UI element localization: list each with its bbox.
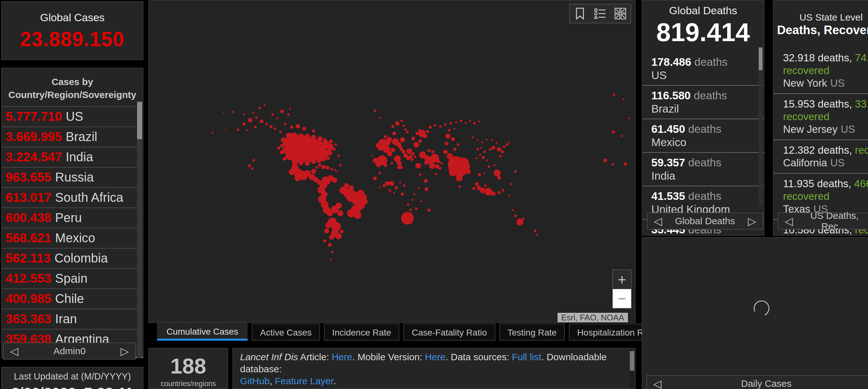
case-bubble[interactable] [458,185,461,188]
case-bubble[interactable] [224,129,226,130]
case-bubble[interactable] [242,122,245,126]
case-bubble[interactable] [340,230,344,233]
case-bubble[interactable] [292,133,298,138]
case-bubble[interactable] [258,107,261,109]
case-bubble[interactable] [376,143,380,148]
case-bubble[interactable] [415,132,418,135]
case-bubble[interactable] [621,135,623,137]
case-bubble[interactable] [424,179,428,183]
case-bubble[interactable] [411,152,415,155]
case-bubble[interactable] [373,176,377,180]
case-bubble[interactable] [403,185,406,187]
case-bubble[interactable] [212,132,214,134]
case-bubble[interactable] [324,228,329,233]
case-bubble[interactable] [489,148,492,150]
case-bubble[interactable] [491,191,496,196]
case-bubble[interactable] [506,143,508,146]
case-bubble[interactable] [315,166,318,169]
case-bubble[interactable] [336,202,342,209]
case-bubble[interactable] [335,143,337,146]
case-bubble[interactable] [284,123,286,125]
tab-case-fatality-ratio[interactable]: Case-Fatality Ratio [403,324,495,341]
scrollbar-thumb[interactable] [630,351,634,371]
case-bubble[interactable] [391,162,393,164]
case-bubble[interactable] [453,128,455,130]
case-bubble[interactable] [427,149,431,152]
case-bubble[interactable] [440,162,443,164]
scrollbar-thumb[interactable] [137,102,142,139]
case-bubble[interactable] [254,126,256,129]
case-bubble[interactable] [497,191,501,194]
link[interactable]: Esri Living Atlas team [409,388,500,389]
case-bubble[interactable] [317,136,322,141]
bookmark-icon[interactable] [572,6,588,21]
case-bubble[interactable] [479,154,481,156]
case-bubble[interactable] [332,178,337,183]
case-bubble[interactable] [290,126,293,129]
case-bubble[interactable] [378,172,381,174]
tab-testing-rate[interactable]: Testing Rate [499,324,565,341]
case-bubble[interactable] [280,144,284,148]
case-bubble[interactable] [323,138,327,142]
case-bubble[interactable] [401,212,414,225]
case-bubble[interactable] [255,116,258,119]
case-bubble[interactable] [482,156,485,159]
case-bubble[interactable] [391,148,395,152]
zoom-out-button[interactable]: − [613,289,631,308]
cases-list-item[interactable]: 412.553Spain [2,268,143,288]
case-bubble[interactable] [326,149,332,156]
case-bubble[interactable] [472,187,475,190]
case-bubble[interactable] [612,130,615,134]
case-bubble[interactable] [536,234,538,235]
cases-list-item[interactable]: 5.777.710US [2,106,143,127]
case-bubble[interactable] [344,183,349,188]
case-bubble[interactable] [484,185,487,187]
case-bubble[interactable] [402,124,405,127]
previous-page-arrow[interactable]: ◁ [648,215,669,227]
case-bubble[interactable] [326,222,332,228]
case-bubble[interactable] [331,168,333,170]
case-bubble[interactable] [444,123,446,126]
case-bubble[interactable] [404,129,407,131]
us-state-list-item[interactable]: 32.918 deaths, 74.731recoveredNew YorkUS [774,48,868,94]
case-bubble[interactable] [392,132,396,135]
case-bubble[interactable] [415,163,421,169]
case-bubble[interactable] [475,182,479,186]
case-bubble[interactable] [445,134,451,139]
case-bubble[interactable] [401,119,403,122]
case-bubble[interactable] [411,137,415,140]
case-bubble[interactable] [434,124,436,127]
case-bubble[interactable] [628,117,630,119]
extent-icon[interactable] [613,6,628,21]
case-bubble[interactable] [223,112,224,114]
case-bubble[interactable] [435,173,437,175]
case-bubble[interactable] [497,147,501,151]
deaths-list-scrollbar[interactable] [759,48,763,205]
case-bubble[interactable] [389,181,394,186]
case-bubble[interactable] [402,150,406,154]
map-panel[interactable]: + − Esri, FAO, NOAA [149,0,636,323]
case-bubble[interactable] [624,163,627,166]
case-bubble[interactable] [534,230,536,232]
case-bubble[interactable] [488,165,490,168]
cases-list-item[interactable]: 3.669.995Brazil [2,127,143,147]
case-bubble[interactable] [382,184,386,187]
case-bubble[interactable] [476,148,479,150]
case-bubble[interactable] [473,122,476,124]
case-bubble[interactable] [270,125,273,128]
case-bubble[interactable] [279,131,282,133]
case-bubble[interactable] [252,112,254,114]
case-bubble[interactable] [497,176,501,179]
case-bubble[interactable] [339,164,342,166]
case-bubble[interactable] [475,157,477,159]
case-bubble[interactable] [485,188,492,195]
case-bubble[interactable] [445,142,448,145]
case-bubble[interactable] [406,131,409,134]
case-bubble[interactable] [349,185,354,190]
case-bubble[interactable] [389,189,391,192]
link[interactable]: Here [332,352,352,362]
deaths-list-item[interactable]: 116.580 deathsBrazil [643,86,764,119]
case-bubble[interactable] [501,150,504,154]
link[interactable]: GitHub [240,376,270,386]
case-bubble[interactable] [248,118,252,122]
